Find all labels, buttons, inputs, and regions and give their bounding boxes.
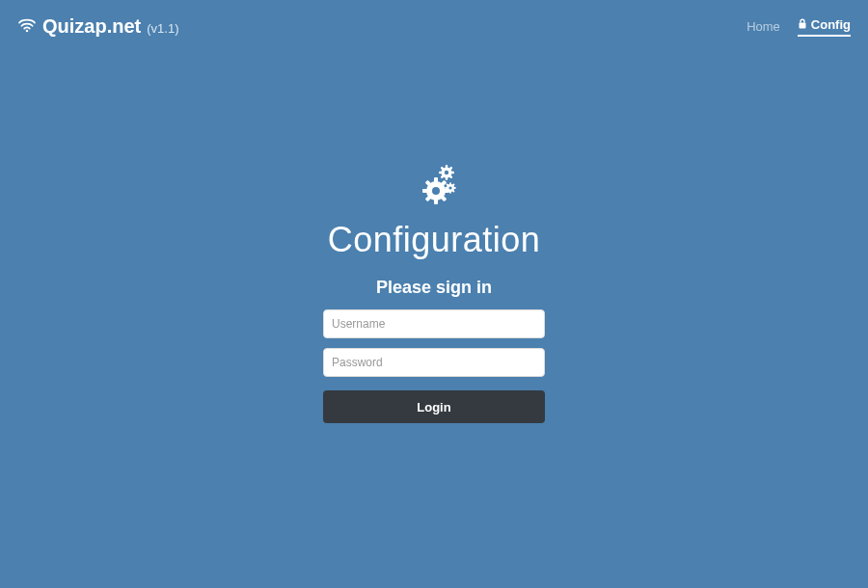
wifi-icon [17, 15, 37, 38]
svg-rect-26 [453, 187, 456, 189]
svg-rect-14 [446, 177, 448, 181]
login-form: Login [323, 309, 545, 423]
username-input[interactable] [323, 309, 545, 338]
page-title: Configuration [328, 220, 541, 260]
brand-main: Quizap.net [17, 15, 141, 38]
gears-icon [411, 164, 457, 210]
svg-point-0 [26, 30, 29, 33]
nav-link-config-label: Config [811, 17, 851, 32]
main-content: Configuration Please sign in Login [0, 164, 868, 423]
svg-rect-3 [434, 177, 438, 183]
svg-rect-24 [449, 191, 451, 194]
svg-point-11 [432, 187, 440, 195]
svg-rect-15 [439, 172, 443, 174]
nav-link-config[interactable]: Config [798, 17, 851, 37]
svg-rect-16 [451, 172, 455, 174]
login-button[interactable]: Login [323, 390, 545, 423]
nav-link-home[interactable]: Home [746, 19, 780, 34]
password-input[interactable] [323, 348, 545, 377]
svg-rect-4 [434, 199, 438, 204]
svg-rect-13 [446, 165, 448, 169]
brand-version: (v1.1) [147, 21, 178, 36]
svg-point-31 [448, 186, 451, 189]
svg-rect-1 [799, 22, 805, 28]
brand-name: Quizap.net [42, 15, 141, 38]
navbar: Quizap.net (v1.1) Home Config [0, 0, 868, 49]
svg-point-21 [445, 171, 448, 174]
svg-rect-25 [445, 187, 448, 189]
nav-links: Home Config [746, 17, 851, 37]
brand[interactable]: Quizap.net (v1.1) [17, 15, 178, 38]
svg-rect-23 [449, 182, 451, 185]
signin-label: Please sign in [376, 278, 492, 298]
svg-rect-5 [422, 189, 428, 193]
lock-icon [798, 17, 807, 32]
